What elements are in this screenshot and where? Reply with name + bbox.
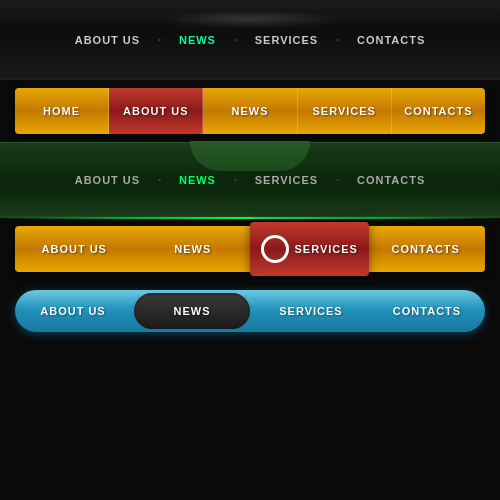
nav2-news[interactable]: NEWS [203,88,297,134]
nav1-dot-1: • [158,35,161,44]
nav4-services-label: SERVICES [295,243,358,255]
nav3-items: ABOUT US • NEWS • SERVICES • CONTACTS [67,170,434,190]
nav4-services[interactable]: SERVICES [250,222,369,276]
nav2-home[interactable]: HOME [15,88,109,134]
nav1-news[interactable]: NEWS [171,30,224,50]
navbar-1: ABOUT US • NEWS • SERVICES • CONTACTS [0,0,500,80]
nav3-about[interactable]: ABOUT US [67,170,148,190]
nav3-services[interactable]: SERVICES [247,170,326,190]
navbar-5: ABOUT US NEWS SERVICES CONTACTS [15,290,485,332]
navbar-2: HOME ABOUT US NEWS SERVICES CONTACTS [15,88,485,134]
nav5-services[interactable]: SERVICES [253,290,369,332]
nav4-circle-icon [261,235,289,263]
nav2-contacts[interactable]: CONTACTS [392,88,485,134]
navbar-3: ABOUT US • NEWS • SERVICES • CONTACTS [0,142,500,218]
navbar-5-wrapper: ABOUT US NEWS SERVICES CONTACTS [0,280,500,342]
nav3-contacts[interactable]: CONTACTS [349,170,433,190]
navbar-4-wrapper: ABOUT US NEWS SERVICES CONTACTS [0,218,500,280]
navbar-3-wrapper: ABOUT US • NEWS • SERVICES • CONTACTS [0,142,500,218]
nav2-services[interactable]: SERVICES [298,88,392,134]
nav5-contacts[interactable]: CONTACTS [369,290,485,332]
nav4-about[interactable]: ABOUT US [15,226,134,272]
nav3-news[interactable]: NEWS [171,170,224,190]
nav1-services[interactable]: SERVICES [247,30,326,50]
nav3-bump [190,141,310,171]
nav5-news[interactable]: NEWS [134,293,250,329]
navbar-2-wrapper: HOME ABOUT US NEWS SERVICES CONTACTS [0,80,500,142]
nav5-about[interactable]: ABOUT US [15,290,131,332]
nav2-about[interactable]: ABOUT US [109,88,203,134]
nav1-dot-2: • [234,35,237,44]
nav1-contacts[interactable]: CONTACTS [349,30,433,50]
nav3-dot-2: • [234,175,237,184]
nav4-contacts[interactable]: CONTACTS [367,226,486,272]
nav4-news[interactable]: NEWS [134,226,253,272]
nav1-dot-3: • [336,35,339,44]
nav1-about[interactable]: ABOUT US [67,30,148,50]
navbar-4: ABOUT US NEWS SERVICES CONTACTS [15,226,485,272]
nav3-dot-3: • [336,175,339,184]
nav1-items: ABOUT US • NEWS • SERVICES • CONTACTS [67,30,434,50]
nav3-dot-1: • [158,175,161,184]
